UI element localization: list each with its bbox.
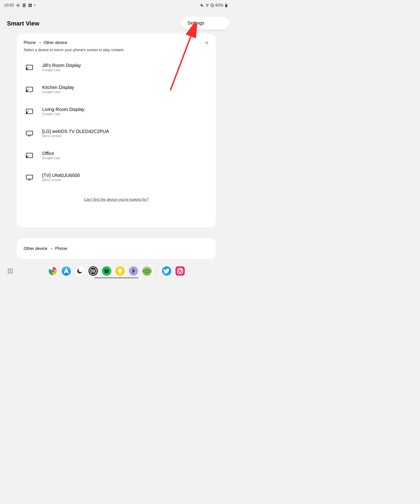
svg-point-24 xyxy=(26,113,27,114)
svg-point-50 xyxy=(179,270,182,272)
mute-icon xyxy=(200,3,204,7)
svg-rect-46 xyxy=(119,272,121,274)
device-item[interactable]: Office Google Cast xyxy=(17,144,216,166)
svg-point-31 xyxy=(8,269,9,270)
app-eclipse[interactable] xyxy=(75,266,84,276)
cast-icon xyxy=(26,153,33,158)
mirror-from-card[interactable]: Other device → Phone xyxy=(17,238,216,259)
svg-point-39 xyxy=(12,272,13,274)
svg-point-34 xyxy=(8,270,9,272)
svg-point-32 xyxy=(10,269,11,270)
svg-point-28 xyxy=(26,157,27,158)
device-name: Office xyxy=(42,151,60,156)
svg-rect-23 xyxy=(26,109,33,114)
svg-point-36 xyxy=(12,270,13,272)
cast-icon xyxy=(26,109,33,114)
app-spotify[interactable] xyxy=(102,266,111,276)
ellipsis-dot: • xyxy=(34,3,36,7)
slack-icon xyxy=(16,3,20,7)
svg-point-18 xyxy=(207,43,208,44)
tv-icon xyxy=(26,175,33,180)
svg-point-33 xyxy=(12,269,13,270)
dock-separator xyxy=(157,268,157,275)
svg-point-16 xyxy=(206,42,207,43)
device-sub: Mirror screen xyxy=(42,134,109,138)
media-icon xyxy=(28,3,32,7)
menu-settings-label: Settings xyxy=(188,20,204,26)
mirror-to-card: Phone → Other device Select a device to … xyxy=(17,33,216,227)
device-item[interactable]: Jill's Room Display Google Cast xyxy=(17,56,216,78)
card-title: Phone → Other device xyxy=(24,40,67,45)
svg-point-45 xyxy=(118,269,122,273)
app-instagram[interactable] xyxy=(176,266,185,276)
svg-rect-29 xyxy=(26,175,33,179)
svg-rect-19 xyxy=(26,65,33,70)
app-chrome[interactable] xyxy=(48,266,57,276)
device-name: Living Room Display xyxy=(42,107,84,112)
device-item[interactable]: Living Room Display Google Cast xyxy=(17,100,216,122)
svg-rect-15 xyxy=(226,4,227,4)
smartthings-icon[interactable] xyxy=(205,41,209,45)
cant-find-link[interactable]: Can't find the device you're looking for… xyxy=(84,198,149,202)
svg-rect-27 xyxy=(26,153,33,158)
device-name: Jill's Room Display xyxy=(42,63,81,68)
svg-line-12 xyxy=(211,4,214,7)
battery-icon xyxy=(224,3,228,7)
app-bulb[interactable] xyxy=(116,266,125,276)
svg-point-51 xyxy=(181,269,182,270)
app-drawer-icon[interactable] xyxy=(7,268,13,274)
card2-from: Other device xyxy=(24,246,47,251)
svg-point-38 xyxy=(10,272,11,274)
status-time: 10:02 xyxy=(4,3,14,8)
svg-rect-21 xyxy=(26,87,33,92)
device-name: [LG] webOS TV OLED42C2PUA xyxy=(42,129,109,134)
dock xyxy=(0,264,232,278)
svg-point-17 xyxy=(207,42,208,43)
home-indicator[interactable] xyxy=(94,277,138,278)
wifi-icon xyxy=(205,3,209,7)
menu-settings[interactable]: Settings xyxy=(181,17,229,30)
svg-rect-5 xyxy=(24,5,24,6)
device-item[interactable]: [LG] webOS TV OLED42C2PUA Mirror screen xyxy=(17,122,216,144)
device-list: Jill's Room Display Google Cast Kitchen … xyxy=(17,56,216,188)
device-name: [TV] UN40JU6500 xyxy=(42,173,80,178)
svg-point-22 xyxy=(26,91,27,92)
arrow-right-icon: → xyxy=(49,246,53,251)
status-bar: 10:02 • 82% xyxy=(0,0,232,11)
svg-rect-0 xyxy=(18,4,18,5)
dnd-icon xyxy=(210,3,214,7)
card-subtitle: Select a device to mirror your phone's s… xyxy=(17,45,216,56)
svg-rect-3 xyxy=(18,5,20,6)
cast-icon xyxy=(26,65,33,70)
arrow-right-icon: → xyxy=(37,40,42,45)
cast-icon xyxy=(26,87,33,92)
status-bar-right: 82% xyxy=(200,3,228,8)
card-icon xyxy=(22,3,26,7)
dock-icons xyxy=(48,266,185,276)
device-sub: Mirror screen xyxy=(42,178,80,182)
svg-rect-1 xyxy=(18,6,18,7)
app-twitter[interactable] xyxy=(162,266,171,276)
svg-rect-2 xyxy=(16,5,18,6)
device-sub: Google Cast xyxy=(42,156,60,160)
card2-to: Phone xyxy=(55,246,67,251)
app-planet[interactable] xyxy=(142,266,152,276)
page-title: Smart View xyxy=(7,20,39,27)
svg-rect-25 xyxy=(26,131,33,135)
device-item[interactable]: [TV] UN40JU6500 Mirror screen xyxy=(17,166,216,188)
device-name: Kitchen Display xyxy=(42,85,74,90)
card-title-from: Phone xyxy=(24,40,36,45)
app-send[interactable] xyxy=(62,266,71,276)
device-sub: Google Cast xyxy=(42,112,84,116)
svg-rect-14 xyxy=(225,5,227,7)
svg-point-35 xyxy=(10,270,11,272)
svg-point-10 xyxy=(207,6,207,7)
device-item[interactable]: Kitchen Display Google Cast xyxy=(17,78,216,100)
status-bar-left: 10:02 • xyxy=(4,3,36,8)
svg-point-8 xyxy=(30,5,30,6)
app-burger[interactable] xyxy=(89,266,98,276)
svg-point-37 xyxy=(8,272,9,274)
app-shard[interactable] xyxy=(129,266,138,276)
svg-point-43 xyxy=(79,268,83,272)
battery-text: 82% xyxy=(215,3,223,8)
